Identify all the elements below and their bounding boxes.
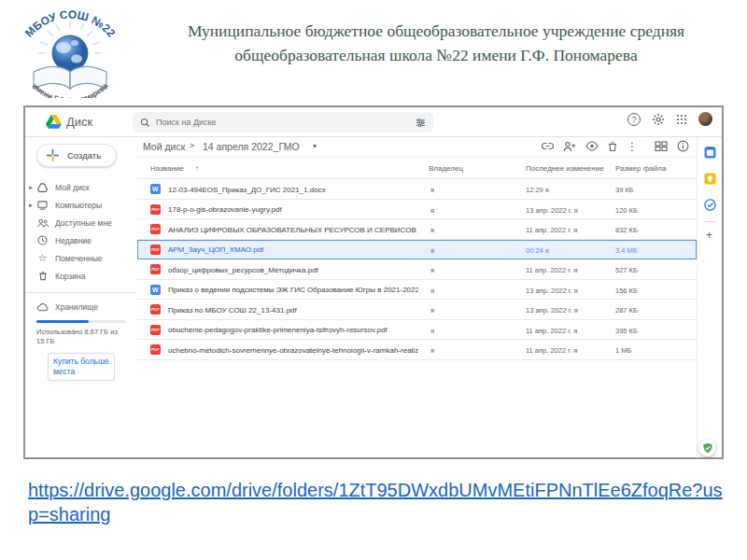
drive-topbar: Диск ?: [25, 107, 722, 137]
globe-icon: [52, 35, 88, 71]
sidebar-item-shared-with-me[interactable]: Доступные мне: [25, 214, 137, 231]
file-modified: 11 апр. 2022 г. я: [526, 346, 577, 355]
trash-icon: [38, 271, 48, 281]
grid-view-icon[interactable]: [655, 141, 668, 151]
file-owner: я: [430, 327, 434, 335]
breadcrumb: Мой диск > 14 апреля 2022_ГМО ▾: [137, 137, 697, 158]
breadcrumb-root[interactable]: Мой диск: [143, 141, 185, 152]
more-actions-icon[interactable]: ⋮: [627, 141, 638, 152]
file-modified: 11 апр. 2022 г. я: [526, 226, 577, 234]
storage-usage-text: Использовано 8,67 ГБ из 15 ГБ: [36, 328, 126, 346]
file-size: 287 КБ: [615, 306, 638, 315]
user-avatar[interactable]: [698, 112, 712, 126]
table-row[interactable]: PDFПриказ по МБОУ СОШ 22_13-431.pdfя13 а…: [137, 300, 697, 320]
file-name: АНАЛИЗ ЦИФРОВЫХ ОБРАЗОВАТЕЛЬНЫХ РЕСУРСОВ…: [168, 226, 418, 234]
search-options-icon[interactable]: [416, 118, 426, 128]
table-row[interactable]: PDF178-p-o-gis-obrazovanie-yugry.pdfя13 …: [137, 200, 697, 220]
file-owner: я: [430, 246, 434, 255]
table-row[interactable]: PDFobuchenie-pedagogov-praktike-primenen…: [137, 320, 697, 341]
folder-dropdown-caret-icon[interactable]: ▾: [313, 142, 317, 150]
storage-cloud-icon: [36, 303, 49, 312]
file-type-badge: PDF: [151, 247, 160, 252]
delete-trash-icon[interactable]: [608, 141, 617, 152]
word-file-icon: W: [150, 285, 161, 295]
file-name: obuchenie-pedagogov-praktike-primeneniya…: [168, 326, 388, 334]
tasks-icon[interactable]: [704, 199, 716, 211]
sort-ascending-icon[interactable]: ↑: [195, 164, 199, 173]
column-header-size[interactable]: Размер файла: [615, 164, 666, 173]
table-row[interactable]: WПриказ о ведении подсистемы ЭЖ ГИС Обра…: [137, 280, 697, 301]
file-name: uchebno-metodich-sovremennye-obrazovatel…: [168, 346, 418, 355]
recent-clock-icon: [37, 235, 48, 245]
expand-arrow-icon[interactable]: ▸: [25, 202, 36, 209]
sidebar-item-my-drive[interactable]: ▸ Мой диск: [25, 178, 137, 196]
file-modified: 13 апр. 2022 г. я: [526, 306, 578, 315]
file-owner: я: [430, 206, 434, 215]
storage-progress-fill: [36, 320, 89, 323]
file-type-badge: PDF: [151, 347, 160, 352]
table-row[interactable]: PDFАНАЛИЗ ЦИФРОВЫХ ОБРАЗОВАТЕЛЬНЫХ РЕСУР…: [137, 219, 697, 240]
info-icon[interactable]: [677, 140, 689, 152]
search-bar[interactable]: [133, 112, 433, 133]
pdf-file-icon: PDF: [150, 304, 161, 315]
preview-eye-icon[interactable]: [585, 141, 599, 151]
drive-app-name: Диск: [66, 115, 92, 129]
buy-storage-button[interactable]: Купить больше места: [48, 353, 115, 381]
sidebar-item-storage[interactable]: Хранилище: [25, 299, 137, 315]
file-name: обзор_цифровых_ресурсов_Методичка.pdf: [168, 266, 318, 274]
add-addon-icon[interactable]: +: [706, 229, 712, 242]
file-size: 120 КБ: [615, 206, 638, 215]
safety-badge: [698, 439, 716, 456]
breadcrumb-separator: >: [190, 141, 194, 150]
file-owner: я: [430, 186, 434, 194]
sidebar-divider: [25, 292, 137, 293]
file-type-badge: PDF: [151, 328, 160, 332]
column-header-owner[interactable]: Владелец: [429, 164, 463, 173]
file-owner: я: [430, 306, 434, 315]
create-button[interactable]: Создать: [36, 144, 117, 167]
get-link-icon[interactable]: [542, 140, 554, 152]
search-icon: [140, 118, 150, 128]
expand-arrow-icon[interactable]: ▸: [25, 184, 36, 191]
sidebar-item-computers[interactable]: ▸ Компьютеры: [25, 196, 137, 214]
pdf-file-icon: PDF: [150, 224, 161, 234]
file-name: 12-03-494ЕОS_Приказ_ДО_ГИС 2021_1.docx: [168, 186, 326, 194]
settings-gear-icon[interactable]: [652, 113, 665, 126]
column-header-name[interactable]: Название: [150, 164, 184, 173]
file-owner: я: [430, 346, 434, 355]
help-icon[interactable]: ?: [627, 113, 641, 126]
pdf-file-icon: PDF: [150, 245, 161, 255]
slide-title: Муниципальное бюджетное общеобразователь…: [131, 19, 741, 68]
slide: МБОУ СОШ №22 имени Г.Ф.Пономарева Муници…: [0, 0, 747, 560]
share-url-link[interactable]: https://drive.google.com/drive/folders/1…: [28, 478, 730, 526]
table-row[interactable]: W12-03-494ЕОS_Приказ_ДО_ГИС 2021_1.docxя…: [137, 179, 697, 200]
search-input[interactable]: [156, 118, 416, 127]
keep-notes-icon[interactable]: [704, 173, 716, 185]
file-size: 39 КБ: [615, 186, 634, 194]
sidebar-item-starred[interactable]: ☆ Помеченные: [25, 249, 137, 267]
file-modified: 00:24 я: [526, 246, 549, 255]
file-name: 178-p-o-gis-obrazovanie-yugry.pdf: [168, 205, 282, 214]
breadcrumb-current-folder[interactable]: 14 апреля 2022_ГМО: [203, 141, 300, 152]
file-modified: 11 апр. 2022 г. я: [526, 327, 577, 335]
share-add-person-icon[interactable]: [563, 141, 576, 152]
sidebar-item-recent[interactable]: Недавние: [25, 231, 137, 249]
file-rows: W12-03-494ЕОS_Приказ_ДО_ГИС 2021_1.docxя…: [137, 179, 697, 360]
calendar-icon[interactable]: [704, 147, 716, 159]
table-row[interactable]: PDFuchebno-metodich-sovremennye-obrazova…: [137, 340, 697, 360]
table-row[interactable]: PDFАРМ_Зауч_ЦОП_ХМАО.pdfя00:24 я3,4 МБ: [137, 240, 697, 260]
file-type-badge: PDF: [151, 207, 160, 212]
side-panel-strip: +: [697, 137, 722, 458]
column-header-modified[interactable]: Последнее изменение: [526, 164, 604, 173]
file-size: 1 МБ: [615, 346, 631, 355]
slide-title-line2: общеобразовательная школа №22 имени Г.Ф.…: [131, 43, 741, 67]
file-type-badge: PDF: [151, 307, 160, 312]
drive-logo-icon: [46, 115, 62, 129]
file-name: Приказ о ведении подсистемы ЭЖ ГИС Образ…: [168, 286, 418, 294]
file-modified: 12:29 я: [526, 186, 549, 194]
file-type-badge: PDF: [151, 267, 160, 272]
table-row[interactable]: PDFобзор_цифровых_ресурсов_Методичка.pdf…: [137, 259, 697, 280]
sidebar-item-trash[interactable]: Корзина: [25, 267, 137, 285]
google-apps-grid-icon[interactable]: [676, 114, 687, 125]
file-type-badge: W: [152, 186, 159, 192]
